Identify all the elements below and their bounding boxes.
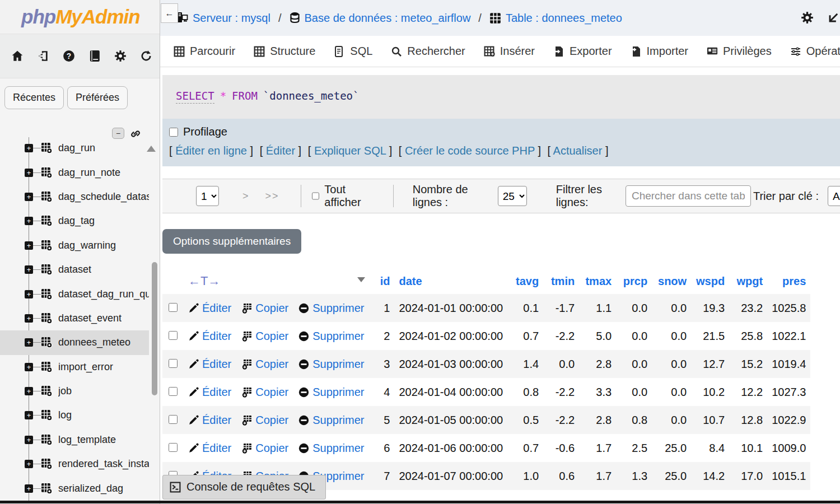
row-copy-link[interactable]: Copier <box>241 414 288 427</box>
page-settings-icon[interactable] <box>827 11 840 25</box>
logout-icon[interactable] <box>37 50 49 62</box>
sidebar-item-dag_tag[interactable]: + dag_tag <box>0 209 149 233</box>
column-header-tavg[interactable]: tavg <box>507 268 543 294</box>
row-copy-link[interactable]: Copier <box>241 358 288 371</box>
row-delete-link[interactable]: Supprimer <box>298 442 364 455</box>
tab-sql[interactable]: SQL <box>334 45 372 58</box>
column-header-wpgt[interactable]: wpgt <box>729 268 767 294</box>
row-edit-link[interactable]: Éditer <box>188 302 231 315</box>
phpmyadmin-logo[interactable]: phpMyAdmin <box>0 0 160 34</box>
row-edit-link[interactable]: Éditer <box>188 386 231 399</box>
bottom-scrollbar[interactable] <box>0 501 840 503</box>
tab-privilèges[interactable]: Privilèges <box>707 45 772 58</box>
row-delete-link[interactable]: Supprimer <box>298 330 364 343</box>
row-edit-link[interactable]: Éditer <box>188 442 231 455</box>
row-copy-link[interactable]: Copier <box>241 302 288 315</box>
recent-tables-button[interactable]: Récentes <box>4 86 64 109</box>
row-checkbox[interactable] <box>169 331 178 340</box>
expand-icon[interactable]: + <box>25 387 33 395</box>
favorite-tables-button[interactable]: Préférées <box>67 86 128 109</box>
row-checkbox[interactable] <box>169 387 178 396</box>
show-all-checkbox[interactable] <box>312 192 319 200</box>
column-header-pres[interactable]: pres <box>767 268 810 294</box>
query-link[interactable]: Éditer en ligne <box>175 144 247 157</box>
sidebar-item-log_template[interactable]: + log_template <box>0 428 149 452</box>
expand-icon[interactable]: + <box>25 193 33 201</box>
transpose-control[interactable]: ←T→ <box>188 274 220 288</box>
row-edit-link[interactable]: Éditer <box>188 358 231 371</box>
sort-key-select[interactable]: Au <box>828 186 840 206</box>
column-header-id[interactable]: id <box>368 268 394 294</box>
tab-exporter[interactable]: Exporter <box>553 45 612 58</box>
expand-icon[interactable]: + <box>25 265 33 274</box>
row-edit-link[interactable]: Éditer <box>188 414 231 427</box>
extra-options-button[interactable]: Options supplémentaires <box>162 229 301 254</box>
expand-icon[interactable]: + <box>25 338 33 347</box>
row-checkbox[interactable] <box>169 443 178 452</box>
home-icon[interactable] <box>11 50 24 62</box>
help-icon[interactable]: ? <box>63 50 75 62</box>
page-select[interactable]: 1 <box>196 186 219 206</box>
refresh-icon[interactable] <box>140 50 152 62</box>
query-link[interactable]: Créer le code source PHP <box>405 144 535 157</box>
expand-icon[interactable]: + <box>25 290 33 298</box>
documentation-icon[interactable] <box>88 50 101 62</box>
settings-gear-icon[interactable] <box>801 11 814 25</box>
sql-console-toggle[interactable]: Console de requêtes SQL <box>162 475 326 500</box>
row-copy-link[interactable]: Copier <box>241 330 288 343</box>
row-delete-link[interactable]: Supprimer <box>298 386 364 399</box>
row-delete-link[interactable]: Supprimer <box>298 414 364 427</box>
tab-structure[interactable]: Structure <box>254 45 315 58</box>
expand-icon[interactable]: + <box>25 436 33 444</box>
table-search-input[interactable] <box>626 185 751 207</box>
settings-icon[interactable] <box>114 50 127 62</box>
column-header-prcp[interactable]: prcp <box>616 268 652 294</box>
tab-rechercher[interactable]: Rechercher <box>391 45 465 58</box>
breadcrumb-database[interactable]: Base de données : meteo_airflow <box>290 12 471 25</box>
query-link[interactable]: Éditer <box>266 144 295 157</box>
column-header-date[interactable]: date <box>394 268 507 294</box>
tab-opérations[interactable]: Opérations <box>790 45 840 58</box>
sidebar-item-log[interactable]: + log <box>0 403 149 427</box>
expand-icon[interactable]: + <box>25 314 33 323</box>
sidebar-item-donnees_meteo[interactable]: + donnees_meteo <box>0 330 149 354</box>
expand-icon[interactable]: + <box>25 484 33 493</box>
sidebar-item-serialized_dag[interactable]: + serialized_dag <box>0 476 149 500</box>
breadcrumb-server[interactable]: Serveur : mysql <box>177 12 270 25</box>
tab-insérer[interactable]: Insérer <box>484 45 535 58</box>
last-page-button[interactable]: >> <box>265 190 279 202</box>
row-copy-link[interactable]: Copier <box>241 442 288 455</box>
column-header-tmin[interactable]: tmin <box>543 268 579 294</box>
sidebar-item-rendered_task_instan[interactable]: + rendered_task_instan <box>0 452 149 476</box>
next-page-button[interactable]: > <box>242 190 250 202</box>
row-delete-link[interactable]: Supprimer <box>298 302 364 315</box>
sidebar-item-dag_schedule_datas[interactable]: + dag_schedule_datas <box>0 185 149 209</box>
expand-icon[interactable]: + <box>25 363 33 371</box>
query-link[interactable]: Expliquer SQL <box>314 144 386 157</box>
expand-icon[interactable]: + <box>25 241 33 250</box>
expand-icon[interactable]: + <box>25 411 33 419</box>
row-checkbox[interactable] <box>169 359 178 368</box>
tab-parcourir[interactable]: Parcourir <box>174 45 235 58</box>
row-edit-link[interactable]: Éditer <box>188 330 231 343</box>
breadcrumb-table[interactable]: Table : donnees_meteo <box>489 12 622 25</box>
sidebar-item-dag_warning[interactable]: + dag_warning <box>0 234 149 258</box>
tab-importer[interactable]: Importer <box>631 45 688 58</box>
row-delete-link[interactable]: Supprimer <box>298 358 364 371</box>
sql-query-box[interactable]: SELECT*FROM`donnees_meteo` <box>162 75 840 119</box>
profiling-checkbox[interactable] <box>169 128 178 137</box>
expand-icon[interactable]: + <box>25 460 33 468</box>
sidebar-item-dataset_dag_run_qu[interactable]: + dataset_dag_run_qu <box>0 282 149 306</box>
sidebar-item-dag_run_note[interactable]: + dag_run_note <box>0 160 149 184</box>
rows-count-select[interactable]: 25 <box>498 186 527 206</box>
expand-icon[interactable]: + <box>25 169 33 177</box>
expand-icon[interactable]: + <box>25 144 33 152</box>
row-checkbox[interactable] <box>169 415 178 424</box>
sidebar-scrollbar[interactable] <box>152 262 157 395</box>
row-checkbox[interactable] <box>169 303 178 312</box>
sidebar-item-dataset_event[interactable]: + dataset_event <box>0 306 149 330</box>
row-copy-link[interactable]: Copier <box>241 386 288 399</box>
column-header-wspd[interactable]: wspd <box>691 268 729 294</box>
query-link[interactable]: Actualiser <box>553 144 603 157</box>
sidebar-item-dag_run[interactable]: + dag_run <box>0 136 149 160</box>
